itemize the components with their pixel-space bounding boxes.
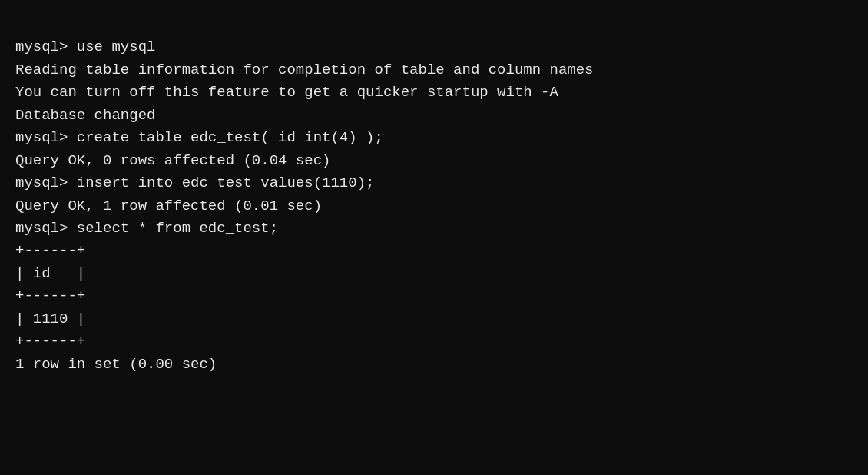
line-10: Query OK, 1 row affected (0.01 sec) (15, 195, 853, 218)
line-17: +------+ (15, 331, 853, 353)
line-9: mysql> insert into edc_test values(1110)… (15, 172, 853, 194)
line-13: +------+ (15, 240, 853, 262)
line-3: You can turn off this feature to get a q… (15, 81, 853, 104)
terminal-window[interactable]: mysql> use mysqlReading table informatio… (0, 0, 868, 475)
line-2: Reading table information for completion… (15, 59, 853, 81)
line-15: +------+ (15, 285, 853, 307)
line-12: mysql> select * from edc_test; (15, 218, 853, 240)
line-6: mysql> create table edc_test( id int(4) … (15, 127, 853, 149)
line-7: Query OK, 0 rows affected (0.04 sec) (15, 150, 853, 172)
line-14: | id | (15, 263, 853, 285)
line-18: 1 row in set (0.00 sec) (15, 354, 853, 376)
line-5: Database changed (15, 105, 853, 127)
line-16: | 1110 | (15, 308, 853, 331)
line-1: mysql> use mysql (15, 36, 853, 58)
